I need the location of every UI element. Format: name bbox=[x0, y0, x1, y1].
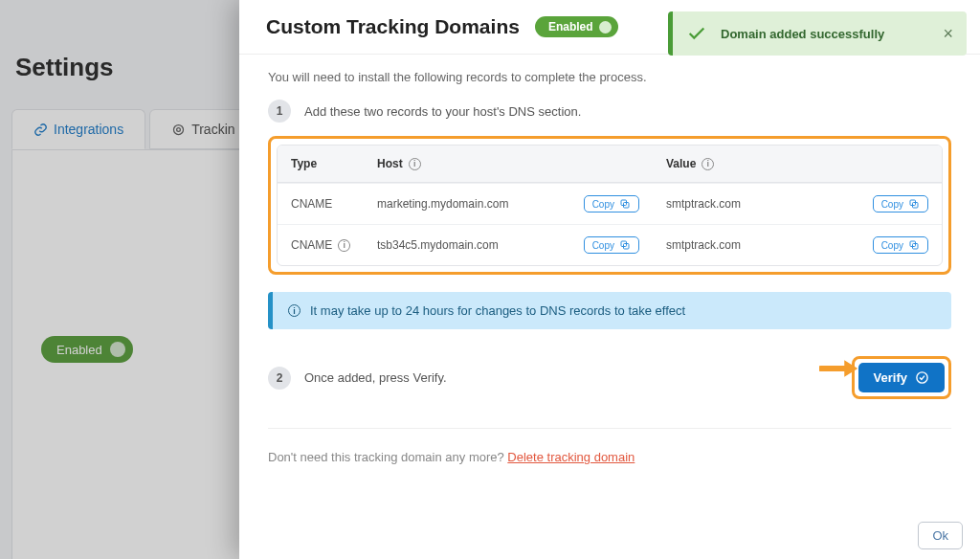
modal-custom-tracking-domains: Custom Tracking Domains Enabled Domain a… bbox=[239, 0, 980, 559]
info-icon[interactable]: i bbox=[338, 239, 350, 252]
modal-header: Custom Tracking Domains Enabled Domain a… bbox=[239, 0, 980, 55]
info-icon[interactable]: i bbox=[409, 158, 421, 170]
copy-icon bbox=[619, 198, 631, 210]
step-number: 2 bbox=[268, 367, 291, 390]
cell-value: smtptrack.com bbox=[666, 197, 741, 211]
verify-highlight: Verify bbox=[852, 356, 951, 399]
step-text: Add these two records to your host's DNS… bbox=[304, 104, 581, 119]
dns-notice: i It may take up to 24 hours for changes… bbox=[268, 292, 951, 329]
th-value: Value i bbox=[653, 145, 942, 182]
copy-value-button[interactable]: Copy bbox=[873, 195, 928, 212]
info-icon: i bbox=[288, 304, 301, 317]
step-1: 1 Add these two records to your host's D… bbox=[268, 100, 951, 123]
cell-type: CNAME i bbox=[278, 225, 364, 265]
arrow-right-icon bbox=[819, 358, 859, 379]
svg-point-11 bbox=[917, 372, 927, 383]
delete-row: Don't need this tracking domain any more… bbox=[268, 429, 951, 464]
th-host: Host i bbox=[364, 145, 653, 182]
info-icon[interactable]: i bbox=[702, 158, 714, 170]
th-type: Type bbox=[278, 145, 364, 182]
close-icon[interactable]: × bbox=[943, 24, 953, 44]
table-row: CNAME i tsb34c5.mydomain.com Copy smtptr… bbox=[278, 224, 942, 265]
toggle-label: Enabled bbox=[548, 20, 593, 34]
check-circle-icon bbox=[915, 370, 929, 385]
dns-table: Type Host i Value i CNAME marketing.mydo… bbox=[277, 145, 943, 266]
modal-title: Custom Tracking Domains bbox=[266, 15, 520, 38]
verify-button[interactable]: Verify bbox=[858, 363, 945, 392]
copy-icon bbox=[908, 239, 920, 251]
table-row: CNAME marketing.mydomain.com Copy smtptr… bbox=[278, 183, 942, 224]
copy-value-button[interactable]: Copy bbox=[873, 236, 928, 254]
delete-tracking-domain-link[interactable]: Delete tracking domain bbox=[507, 450, 635, 464]
toggle-knob-icon bbox=[599, 21, 612, 34]
toast-message: Domain added successfully bbox=[721, 27, 929, 41]
cell-value: smtptrack.com bbox=[666, 238, 741, 252]
cell-host: marketing.mydomain.com bbox=[377, 197, 508, 211]
toast-success: Domain added successfully × bbox=[668, 11, 967, 56]
copy-icon bbox=[908, 198, 920, 210]
copy-icon bbox=[619, 239, 631, 251]
cell-type: CNAME bbox=[278, 184, 364, 224]
intro-text: You will need to install the following r… bbox=[268, 70, 951, 84]
domain-toggle[interactable]: Enabled bbox=[535, 16, 618, 37]
copy-host-button[interactable]: Copy bbox=[584, 236, 639, 254]
step-2: 2 Once added, press Verify. Verify bbox=[268, 356, 951, 399]
copy-host-button[interactable]: Copy bbox=[584, 195, 639, 212]
dns-records-highlight: Type Host i Value i CNAME marketing.mydo… bbox=[268, 136, 951, 275]
modal-footer: Ok bbox=[239, 512, 980, 559]
ok-button[interactable]: Ok bbox=[918, 522, 963, 549]
cell-host: tsb34c5.mydomain.com bbox=[377, 238, 499, 252]
step-number: 1 bbox=[268, 100, 291, 123]
step-text: Once added, press Verify. bbox=[304, 370, 447, 385]
check-icon bbox=[686, 23, 707, 44]
